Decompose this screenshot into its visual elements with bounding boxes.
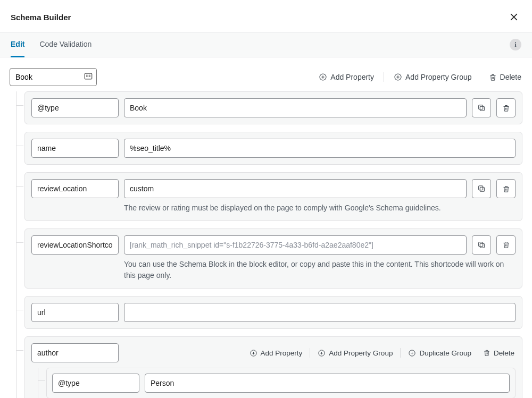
copy-icon [477,184,486,193]
add-property-group-label: Add Property Group [405,73,472,81]
property-value-input[interactable] [124,98,467,117]
property-value-input[interactable] [124,179,467,198]
page-title: Schema Builder [11,13,71,22]
svg-rect-9 [480,187,484,191]
group-name-input[interactable] [31,343,119,362]
copy-button[interactable] [472,98,491,117]
delete-schema-button[interactable]: Delete [488,71,522,83]
delete-label: Delete [500,73,521,81]
group-duplicate-button[interactable]: Duplicate Group [407,347,472,359]
property-value-input[interactable] [145,374,510,393]
group-add-property-group-button[interactable]: Add Property Group [317,347,394,359]
property-key-input[interactable] [31,235,119,255]
helper-text: The review or rating must be displayed o… [124,202,516,214]
property-key-input[interactable] [52,374,139,393]
property-key-input[interactable] [31,98,119,117]
modal-header: Schema Builder [0,0,532,32]
close-button[interactable] [506,10,521,24]
trash-icon [489,73,497,81]
svg-rect-10 [479,186,483,190]
plus-circle-icon [319,73,327,81]
root-schema-field [10,68,97,86]
root-row: Add Property Add Property Group Delete [10,68,522,86]
svg-rect-11 [480,243,484,248]
schema-tree: The review or rating must be displayed o… [13,91,522,398]
property-key-input[interactable] [31,139,119,158]
svg-rect-8 [479,105,483,109]
add-property-button[interactable]: Add Property [318,71,375,83]
schema-picker-icon[interactable] [84,73,93,82]
property-key-input[interactable] [31,303,119,322]
copy-button[interactable] [472,235,491,255]
delete-button[interactable] [496,179,516,198]
content: Add Property Add Property Group Delete [0,57,532,398]
copy-icon [477,241,486,249]
property-node: The review or rating must be displayed o… [24,172,522,221]
tabs-bar: Edit Code Validation i [0,32,532,57]
property-value-input[interactable] [124,139,516,158]
label: Delete [494,349,514,357]
tab-edit[interactable]: Edit [11,32,24,57]
divider [310,348,310,358]
property-key-input[interactable] [31,179,119,198]
plus-circle-icon [408,349,416,357]
divider [384,72,384,82]
info-button[interactable]: i [510,39,521,50]
helper-text: You can use the Schema Block in the bloc… [124,259,516,282]
copy-button[interactable] [472,179,491,198]
delete-button[interactable] [496,98,516,117]
property-node [24,132,522,165]
label: Duplicate Group [419,349,471,357]
add-property-group-button[interactable]: Add Property Group [393,71,473,83]
group-delete-button[interactable]: Delete [482,347,516,359]
delete-button[interactable] [496,235,516,255]
trash-icon [502,104,510,112]
property-value-input[interactable] [124,235,467,255]
label: Add Property Group [329,349,393,357]
svg-rect-12 [479,242,483,246]
plus-circle-icon [318,349,326,357]
property-node [24,296,522,329]
property-value-input[interactable] [124,303,516,322]
copy-icon [477,104,486,112]
svg-rect-0 [85,73,92,79]
property-node [46,368,516,398]
svg-rect-7 [480,106,484,111]
tab-code-validation[interactable]: Code Validation [39,32,92,57]
add-property-label: Add Property [330,73,374,81]
property-node: You can use the Schema Block in the bloc… [24,228,522,289]
close-icon [509,12,519,22]
divider [400,348,401,358]
trash-icon [502,241,510,249]
trash-icon [502,185,510,193]
plus-circle-icon [394,73,402,81]
label: Add Property [261,349,303,357]
group-add-property-button[interactable]: Add Property [248,347,304,359]
property-node [24,91,522,124]
plus-circle-icon [250,349,257,357]
trash-icon [483,349,491,357]
group-node: Add Property Add Property Group [24,336,522,398]
